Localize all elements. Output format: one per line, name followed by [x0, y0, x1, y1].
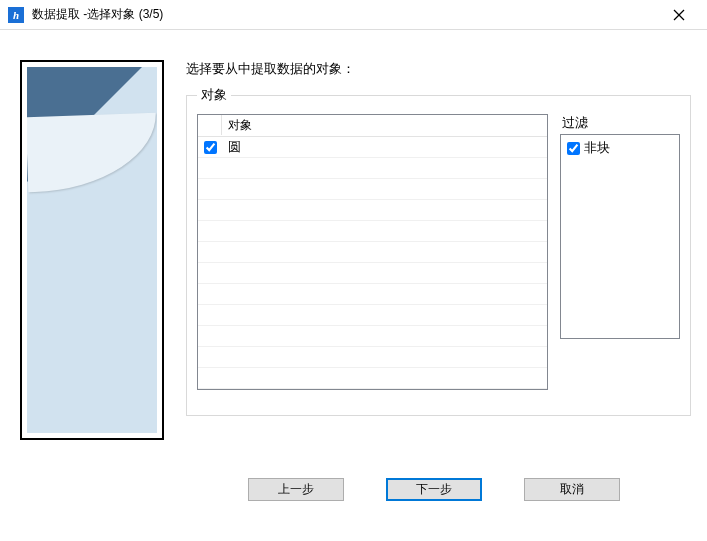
cancel-button[interactable]: 取消 [524, 478, 620, 501]
filter-list[interactable]: 非块 [560, 134, 680, 339]
list-item[interactable]: 非块 [567, 139, 673, 157]
close-icon [673, 9, 685, 21]
back-button[interactable]: 上一步 [248, 478, 344, 501]
filter-label: 过滤 [560, 114, 680, 132]
titlebar: h 数据提取 -选择对象 (3/5) [0, 0, 707, 30]
objects-group: 对象 对象 圆 [186, 86, 691, 416]
filter-item-label: 非块 [584, 139, 610, 157]
objects-header-label: 对象 [222, 115, 547, 136]
window-title: 数据提取 -选择对象 (3/5) [32, 6, 659, 23]
object-checkbox[interactable] [204, 141, 217, 154]
filter-checkbox[interactable] [567, 142, 580, 155]
next-button[interactable]: 下一步 [386, 478, 482, 501]
objects-list-header: 对象 [198, 115, 547, 137]
preview-pane [20, 60, 164, 466]
button-bar: 上一步 下一步 取消 [0, 470, 707, 501]
list-item[interactable]: 圆 [198, 137, 547, 158]
objects-list[interactable]: 对象 圆 [197, 114, 548, 390]
close-button[interactable] [659, 1, 699, 29]
preview-frame [20, 60, 164, 440]
object-label: 圆 [222, 138, 547, 156]
objects-group-legend: 对象 [197, 86, 231, 104]
preview-page-icon [27, 67, 157, 433]
instruction-label: 选择要从中提取数据的对象： [186, 60, 691, 78]
app-icon: h [8, 7, 24, 23]
